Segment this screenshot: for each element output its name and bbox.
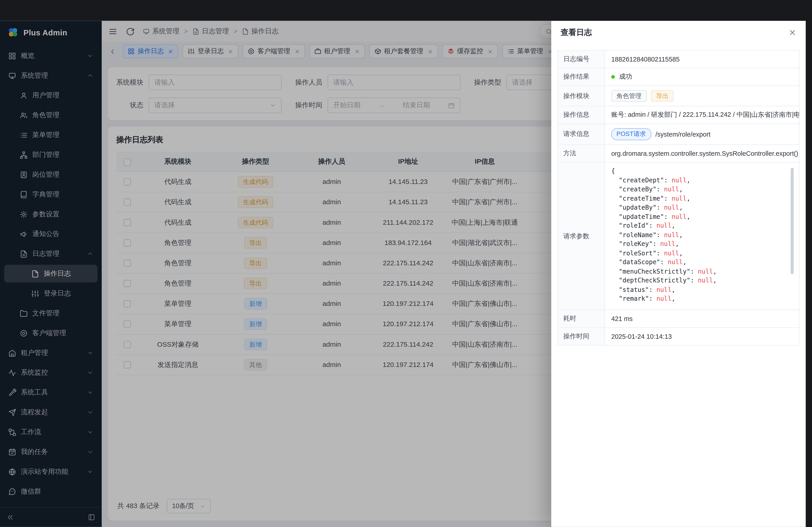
- detail-value: 1882612840802115585: [611, 56, 680, 63]
- request-method-tag: POST请求: [611, 128, 651, 140]
- detail-value: 账号: admin / 研发部门 / 222.175.114.242 / 中国|…: [611, 110, 799, 119]
- detail-value: org.dromara.system.controller.system.Sys…: [611, 150, 798, 157]
- detail-row: 方法org.dromara.system.controller.system.S…: [558, 145, 799, 163]
- window-scrollbar[interactable]: [806, 0, 812, 527]
- detail-label: 操作信息: [558, 106, 605, 123]
- module-tag: 导出: [651, 90, 674, 102]
- detail-label: 请求信息: [558, 124, 605, 144]
- detail-value: 成功: [619, 72, 632, 81]
- close-icon[interactable]: [788, 28, 796, 36]
- window-top-bar: [0, 0, 812, 21]
- drawer-title: 查看日志: [561, 27, 592, 37]
- drawer-body: 日志编号1882612840802115585操作结果成功操作模块角色管理导出操…: [551, 44, 806, 527]
- module-tag: 角色管理: [611, 90, 647, 102]
- detail-row: 操作模块角色管理导出: [558, 86, 799, 106]
- json-code: { "createDept": null, "createBy": null, …: [611, 167, 794, 304]
- detail-label: 操作模块: [558, 86, 605, 106]
- screen: Plus Admin 概览系统管理用户管理角色管理菜单管理部门管理岗位管理字典管…: [0, 0, 812, 527]
- detail-label: 请求参数: [558, 163, 605, 310]
- detail-row: 日志编号1882612840802115585: [558, 50, 799, 68]
- detail-row: 操作信息账号: admin / 研发部门 / 222.175.114.242 /…: [558, 106, 799, 124]
- detail-label: 操作时间: [558, 328, 605, 345]
- success-dot: [611, 75, 615, 79]
- detail-label: 耗时: [558, 310, 605, 327]
- request-url: /system/role/export: [655, 131, 710, 138]
- drawer-detail-table: 日志编号1882612840802115585操作结果成功操作模块角色管理导出操…: [557, 50, 800, 346]
- drawer-header: 查看日志: [551, 21, 806, 44]
- detail-row: 操作结果成功: [558, 68, 799, 86]
- detail-row: 操作时间2025-01-24 10:14:13: [558, 328, 799, 345]
- detail-value: 2025-01-24 10:14:13: [611, 333, 672, 340]
- detail-row: 请求参数{ "createDept": null, "createBy": nu…: [558, 163, 799, 310]
- detail-row: 请求信息POST请求/system/role/export: [558, 124, 799, 145]
- request-params-code[interactable]: { "createDept": null, "createBy": null, …: [611, 167, 794, 305]
- detail-label: 操作结果: [558, 68, 605, 86]
- detail-label: 日志编号: [558, 50, 605, 67]
- view-log-drawer: 查看日志 日志编号1882612840802115585操作结果成功操作模块角色…: [551, 21, 806, 527]
- detail-row: 耗时421 ms: [558, 310, 799, 328]
- detail-label: 方法: [558, 145, 605, 162]
- code-scrollbar-thumb[interactable]: [791, 168, 794, 274]
- app-root: Plus Admin 概览系统管理用户管理角色管理菜单管理部门管理岗位管理字典管…: [0, 21, 806, 527]
- detail-value: 421 ms: [611, 315, 633, 322]
